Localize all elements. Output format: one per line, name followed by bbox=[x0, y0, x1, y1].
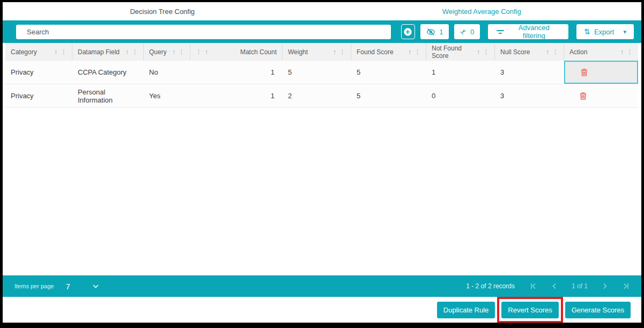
cell-action bbox=[564, 84, 638, 107]
duplicate-rule-button[interactable]: Duplicate Rule bbox=[437, 302, 495, 318]
generate-scores-button[interactable]: Generate Scores bbox=[565, 302, 631, 318]
page-indicator-text: 1 of 1 bbox=[572, 282, 588, 290]
sort-arrows-icon: ⇅ bbox=[584, 28, 590, 35]
rules-table: Category ↑⋮ Datamap Field ↑⋮ Query ↑⋮ ⋮↑… bbox=[5, 43, 638, 108]
column-menu-icon[interactable]: ⋮ bbox=[414, 48, 420, 55]
cell-datamap-field: Personal Information bbox=[72, 84, 144, 107]
export-button[interactable]: ⇅ Export ▾ bbox=[576, 24, 634, 39]
table-row[interactable]: Privacy CCPA Category No 1 5 5 1 3 bbox=[5, 61, 638, 84]
sort-arrow-icon[interactable]: ↑ bbox=[477, 48, 480, 56]
app-window: Decision Tree Config Weighted Average Co… bbox=[0, 0, 644, 328]
cut-count: 0 bbox=[470, 28, 474, 36]
column-menu-icon[interactable]: ⋮ bbox=[627, 48, 633, 55]
caret-down-icon: ▾ bbox=[623, 28, 626, 35]
column-header-found-score[interactable]: Found Score ↑⋮ bbox=[351, 43, 426, 61]
sort-arrow-icon[interactable]: ↑ bbox=[54, 48, 57, 56]
cell-category: Privacy bbox=[5, 61, 72, 84]
cut-button[interactable]: ✂ 0 bbox=[454, 24, 480, 39]
sort-arrow-icon[interactable]: ↑ bbox=[125, 48, 129, 56]
config-tabbar: Decision Tree Config Weighted Average Co… bbox=[3, 2, 641, 20]
cell-category: Privacy bbox=[5, 84, 72, 107]
column-header-null-score[interactable]: Null Score ↑⋮ bbox=[495, 43, 564, 61]
tab-weighted-average-config[interactable]: Weighted Average Config bbox=[322, 2, 642, 20]
table-header-row: Category ↑⋮ Datamap Field ↑⋮ Query ↑⋮ ⋮↑… bbox=[5, 43, 638, 61]
cell-weight: 5 bbox=[283, 61, 351, 84]
sort-arrow-icon[interactable]: ↑ bbox=[172, 48, 175, 56]
table-empty-area bbox=[3, 108, 641, 275]
sort-arrow-icon[interactable]: ↑ bbox=[620, 48, 624, 56]
cell-found-score: 5 bbox=[351, 84, 426, 107]
tab-decision-tree-config[interactable]: Decision Tree Config bbox=[3, 2, 322, 20]
cell-action bbox=[564, 61, 638, 84]
cell-match-count: 1 bbox=[190, 61, 283, 84]
table-row[interactable]: Privacy Personal Information Yes 1 2 5 0… bbox=[5, 84, 638, 108]
red-annotation-box: Revert Scores bbox=[497, 297, 562, 323]
search-input[interactable] bbox=[16, 25, 391, 39]
cell-not-found-score: 1 bbox=[426, 61, 495, 84]
cell-query: No bbox=[144, 61, 190, 84]
column-label: Category bbox=[11, 48, 54, 56]
cell-query: Yes bbox=[144, 84, 190, 107]
column-menu-icon[interactable]: ⋮ bbox=[61, 48, 66, 55]
sort-arrow-icon[interactable]: ↑ bbox=[546, 48, 549, 56]
items-per-page-value[interactable]: 7 bbox=[65, 282, 70, 291]
delete-rule-button[interactable] bbox=[580, 68, 588, 77]
column-header-not-found-score[interactable]: Not Found Score ↑⋮ bbox=[426, 43, 495, 61]
column-menu-icon[interactable]: ⋮ bbox=[179, 48, 184, 55]
circle-plus-icon bbox=[403, 27, 412, 37]
export-label: Export bbox=[594, 28, 615, 36]
pagination-bar: Items per page 7 1 - 2 of 2 records 1 of… bbox=[3, 275, 641, 297]
filter-icon bbox=[497, 30, 504, 34]
last-page-icon[interactable] bbox=[623, 283, 630, 289]
column-label: Match Count bbox=[208, 48, 277, 56]
add-rule-button[interactable] bbox=[401, 24, 416, 39]
column-label: Action bbox=[569, 48, 620, 56]
column-menu-icon[interactable]: ⋮ bbox=[483, 48, 489, 55]
cell-weight: 2 bbox=[283, 84, 351, 107]
column-header-category[interactable]: Category ↑⋮ bbox=[5, 43, 72, 61]
first-page-icon[interactable] bbox=[530, 283, 537, 289]
trash-icon bbox=[580, 68, 588, 77]
column-menu-icon[interactable]: ⋮ bbox=[132, 48, 138, 55]
items-per-page-chevron-icon[interactable] bbox=[93, 285, 99, 288]
column-header-query[interactable]: Query ↑⋮ bbox=[144, 43, 190, 61]
action-button-bar: Duplicate Rule Revert Scores Generate Sc… bbox=[3, 297, 641, 323]
toolbar: 1 ✂ 0 Advanced filtering ⇅ Export ▾ bbox=[3, 20, 641, 43]
trash-icon bbox=[579, 92, 587, 100]
column-menu-icon[interactable]: ⋮ bbox=[196, 48, 202, 55]
column-label: Null Score bbox=[500, 48, 546, 56]
advanced-filtering-label: Advanced filtering bbox=[508, 24, 560, 40]
scissors-icon: ✂ bbox=[458, 27, 468, 37]
column-label: Datamap Field bbox=[78, 48, 125, 56]
column-menu-icon[interactable]: ⋮ bbox=[339, 48, 345, 55]
column-label: Found Score bbox=[357, 48, 408, 56]
column-label: Query bbox=[149, 48, 172, 56]
cell-datamap-field: CCPA Category bbox=[72, 61, 144, 84]
column-label: Not Found Score bbox=[432, 45, 477, 60]
column-header-action[interactable]: Action ↑⋮ bbox=[564, 43, 638, 61]
column-label: Weight bbox=[288, 48, 333, 56]
next-page-icon[interactable] bbox=[603, 283, 608, 289]
column-menu-icon[interactable]: ⋮ bbox=[552, 48, 558, 55]
delete-rule-button[interactable] bbox=[579, 92, 587, 100]
column-header-match-count[interactable]: ⋮↑ Match Count bbox=[190, 43, 283, 61]
sort-arrow-icon[interactable]: ↑ bbox=[408, 48, 411, 56]
advanced-filtering-button[interactable]: Advanced filtering bbox=[488, 24, 568, 39]
eye-off-icon bbox=[426, 28, 435, 36]
sort-arrow-icon[interactable]: ↑ bbox=[333, 48, 336, 56]
cell-match-count: 1 bbox=[190, 84, 283, 107]
cell-null-score: 3 bbox=[495, 84, 564, 107]
hidden-columns-button[interactable]: 1 bbox=[420, 24, 449, 39]
hidden-columns-count: 1 bbox=[439, 28, 443, 36]
revert-scores-button[interactable]: Revert Scores bbox=[501, 302, 558, 318]
cell-found-score: 5 bbox=[351, 61, 426, 84]
cell-not-found-score: 0 bbox=[426, 84, 495, 107]
previous-page-icon[interactable] bbox=[552, 283, 557, 289]
column-header-datamap-field[interactable]: Datamap Field ↑⋮ bbox=[72, 43, 144, 61]
records-count-text: 1 - 2 of 2 records bbox=[466, 282, 515, 290]
items-per-page-label: Items per page bbox=[14, 283, 54, 289]
column-header-weight[interactable]: Weight ↑⋮ bbox=[283, 43, 351, 61]
cell-null-score: 3 bbox=[495, 61, 564, 84]
